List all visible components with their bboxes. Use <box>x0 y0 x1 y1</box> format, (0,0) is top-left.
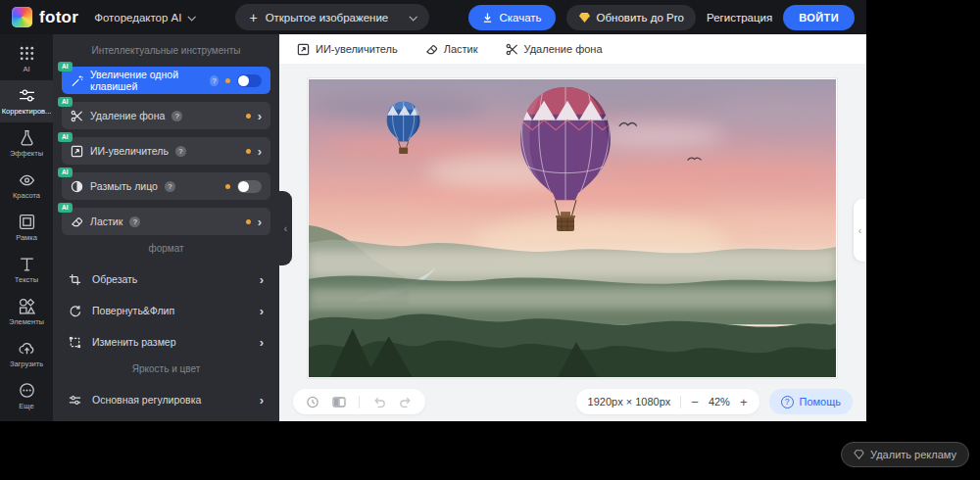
upgrade-pro-button[interactable]: Обновить до Pro <box>566 5 696 30</box>
ai-badge: AI <box>58 62 73 72</box>
rail-item-upload[interactable]: Загрузить <box>0 333 53 375</box>
tool-row-resize[interactable]: Изменить размер › <box>62 327 270 357</box>
tool-row-bg-remove[interactable]: AI Удаление фона ? › <box>62 102 270 129</box>
blur-face-toggle[interactable] <box>237 180 262 193</box>
balloon-photo <box>309 79 836 377</box>
chevron-down-icon[interactable] <box>410 13 417 21</box>
scissors-icon <box>506 43 518 56</box>
tool-row-one-tap-enhance[interactable]: AI Увеличение одной клавишей ? <box>62 67 270 94</box>
rail-item-frame[interactable]: Рамка <box>0 207 53 249</box>
ai-badge: AI <box>58 97 73 107</box>
rail-label: Эффекты <box>10 149 43 158</box>
remove-ads-button[interactable]: Удалить рекламу <box>841 442 969 467</box>
chevron-right-icon: › <box>258 110 262 122</box>
fotor-logo[interactable]: fotor <box>12 7 78 27</box>
section-header-ai-tools: Интеллектуальные инструменты <box>62 45 270 56</box>
chevron-right-icon: › <box>260 305 264 317</box>
resize-icon <box>69 336 81 349</box>
zoom-in-button[interactable]: + <box>740 396 748 408</box>
login-button[interactable]: ВОЙТИ <box>783 5 855 30</box>
help-label: Помощь <box>800 396 842 408</box>
open-image-label: Открытое изображение <box>266 12 389 24</box>
one-tap-enhance-toggle[interactable] <box>237 74 262 87</box>
zoom-level: 42% <box>709 396 730 408</box>
zoom-out-button[interactable]: − <box>691 396 699 408</box>
tool-row-blur-face[interactable]: AI Размыть лицо ? <box>62 172 270 200</box>
canvas-area: ИИ-увеличитель Ластик Удаление фона <box>279 34 866 421</box>
undo-icon[interactable] <box>372 396 386 408</box>
remove-ads-label: Удалить рекламу <box>870 449 956 460</box>
rail-label: Тексты <box>15 275 38 284</box>
frame-icon <box>19 214 35 230</box>
magic-wand-icon <box>71 74 83 87</box>
section-header-color: Яркость и цвет <box>62 363 270 374</box>
chevron-right-icon: › <box>258 216 262 228</box>
shapes-icon <box>19 298 35 314</box>
register-link[interactable]: Регистрация <box>707 12 772 24</box>
rail-item-elements[interactable]: Элементы <box>0 291 53 333</box>
rail-item-text[interactable]: Тексты <box>0 249 53 291</box>
toolbar-item-label: Ластик <box>444 43 478 55</box>
toggle-knob <box>238 75 249 86</box>
rail-label: Корректиров... <box>2 107 52 116</box>
tool-row-label: Увеличение одной клавишей <box>90 69 203 92</box>
rail-item-ai[interactable]: AI <box>0 38 53 80</box>
tool-row-label: Основная регулировка <box>92 394 201 406</box>
tool-row-label: Обрезать <box>92 273 137 285</box>
panel-collapse-handle[interactable]: ‹ <box>279 191 292 265</box>
help-circle-icon[interactable]: ? <box>175 146 186 157</box>
redo-icon[interactable] <box>399 396 413 408</box>
chevron-right-icon: › <box>258 145 262 158</box>
toolbar-item-label: Удаление фона <box>524 43 603 55</box>
rail-item-beauty[interactable]: Красота <box>0 165 53 207</box>
toolbar-item-label: ИИ-увеличитель <box>316 43 398 55</box>
rail-item-more[interactable]: Еще <box>0 375 53 417</box>
tool-rail: AI Корректиров... Эффекты Красота Рамка … <box>0 34 53 421</box>
upscale-icon <box>71 145 83 158</box>
tool-row-basic-adjust[interactable]: Основная регулировка › <box>62 385 270 414</box>
rotate-icon <box>69 305 81 317</box>
help-button[interactable]: ? Помощь <box>769 389 854 414</box>
help-circle-icon[interactable]: ? <box>129 216 140 227</box>
tool-row-ai-enlarger[interactable]: AI ИИ-увеличитель ? › <box>62 137 270 165</box>
download-button[interactable]: Скачать <box>468 5 555 30</box>
notice-dot <box>225 78 230 83</box>
rail-item-adjust[interactable]: Корректиров... <box>0 80 53 122</box>
pro-gem-icon <box>578 12 591 24</box>
upload-cloud-icon <box>19 340 35 357</box>
fotor-app-window: fotor Фоторедактор AI + Открытое изображ… <box>0 0 866 421</box>
help-question-icon: ? <box>781 396 794 408</box>
ai-grid-icon <box>19 45 35 62</box>
help-circle-icon[interactable]: ? <box>172 111 182 121</box>
sliders-icon <box>19 87 35 104</box>
history-pill <box>293 389 425 414</box>
toolbar-bg-remove[interactable]: Удаление фона <box>506 43 603 56</box>
right-flyout-handle[interactable]: ‹ <box>854 199 866 262</box>
tool-row-label: Повернуть&Флип <box>92 305 174 316</box>
download-icon <box>482 12 493 24</box>
app-mode-menu[interactable]: Фоторедактор AI <box>94 12 194 24</box>
toolbar-eraser[interactable]: Ластик <box>425 43 478 56</box>
ai-badge: AI <box>58 132 73 142</box>
compare-icon[interactable] <box>332 396 346 408</box>
rail-label: AI <box>23 65 29 73</box>
tool-row-eraser[interactable]: AI Ластик ? › <box>62 208 270 235</box>
photo-canvas[interactable] <box>308 78 837 378</box>
open-image-button[interactable]: + Открытое изображение <box>235 4 429 30</box>
tool-row-label: Размыть лицо <box>90 180 158 192</box>
tool-row-rotate-flip[interactable]: Повернуть&Флип › <box>62 296 270 325</box>
help-circle-icon[interactable]: ? <box>165 181 175 192</box>
rail-label: Красота <box>13 191 40 200</box>
tool-row-crop[interactable]: Обрезать › <box>62 264 270 294</box>
plus-icon: + <box>249 10 257 25</box>
more-icon <box>19 382 35 399</box>
topbar: fotor Фоторедактор AI + Открытое изображ… <box>0 0 866 34</box>
history-clock-icon[interactable] <box>306 396 319 408</box>
eraser-icon <box>71 216 83 228</box>
rail-item-effects[interactable]: Эффекты <box>0 122 53 165</box>
help-circle-icon[interactable]: ? <box>210 75 219 86</box>
canvas-toolbar: ИИ-увеличитель Ластик Удаление фона <box>279 34 866 64</box>
toolbar-ai-enlarger[interactable]: ИИ-увеличитель <box>297 43 398 56</box>
statusbar-right: 1920px × 1080px − 42% + ? Помощь <box>576 389 853 414</box>
topbar-actions: Скачать Обновить до Pro Регистрация ВОЙТ… <box>468 5 855 30</box>
